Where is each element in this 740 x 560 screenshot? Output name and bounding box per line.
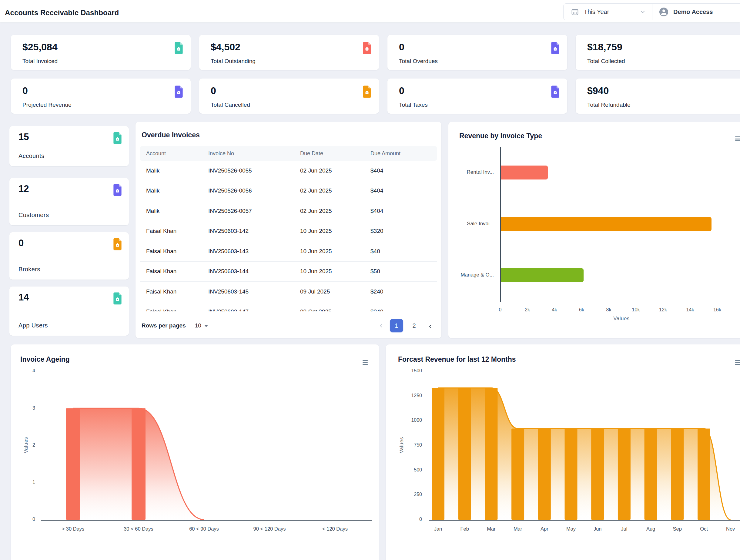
- page-button[interactable]: 2: [407, 319, 421, 332]
- overdue-title: Overdue Invoices: [142, 131, 200, 139]
- table-row[interactable]: MalikINV250526-005502 Jun 2025$404: [140, 161, 437, 181]
- kpi-card: 0Total Overdues: [387, 35, 567, 70]
- stat-card: 12Customers: [9, 178, 129, 225]
- kpi-label: Projected Revenue: [22, 102, 72, 108]
- invoice-icon: [550, 41, 561, 55]
- invoice-icon: [173, 85, 184, 98]
- user-menu[interactable]: Demo Access: [652, 4, 719, 20]
- rows-per-page-value: 10: [195, 322, 201, 329]
- y-tick-label: 250: [401, 492, 422, 497]
- period-value: This Year: [584, 8, 609, 15]
- revenue-x-tick: 4k: [545, 307, 564, 312]
- next-page-button[interactable]: [425, 319, 434, 332]
- invoice-icon: [173, 41, 184, 55]
- invoice-ageing-chart: 01234> 30 Days30 < 60 Days60 < 90 Days90…: [11, 345, 379, 560]
- y-tick-label: 750: [401, 442, 422, 448]
- prev-page-button[interactable]: [376, 319, 386, 332]
- invoice-icon: [112, 183, 123, 196]
- y-tick-label: 3: [14, 405, 35, 411]
- top-controls: This Year Demo Access: [563, 3, 740, 20]
- table-cell: Faisal Khan: [146, 288, 176, 295]
- invoice-icon: [550, 85, 561, 98]
- stat-label: App Users: [18, 322, 120, 329]
- kpi-value: 0: [211, 85, 216, 96]
- stat-value: 0: [18, 238, 120, 249]
- x-category-label: 30 < 60 Days: [117, 526, 160, 532]
- kpi-label: Total Invoiced: [22, 58, 58, 65]
- table-cell: $50: [370, 268, 380, 275]
- table-cell: 02 Jun 2025: [300, 167, 332, 174]
- table-cell: 10 Jun 2025: [300, 248, 332, 255]
- revenue-x-tick: 8k: [599, 307, 618, 312]
- page-title: Accounts Receivable Dashboard: [5, 8, 119, 17]
- table-cell: INV250526-0055: [208, 167, 252, 174]
- kpi-value: 0: [22, 85, 28, 96]
- table-cell: INV250603-147: [208, 308, 249, 311]
- table-cell: Malik: [146, 187, 160, 194]
- stat-value: 15: [18, 131, 120, 143]
- table-cell: $404: [370, 208, 383, 214]
- rows-per-page-select[interactable]: 10: [195, 322, 208, 329]
- revenue-category-label: Rental Inv...: [448, 169, 494, 175]
- table-row[interactable]: MalikINV250526-005602 Jun 2025$404: [140, 181, 437, 201]
- table-header: AccountInvoice NoDue DateDue Amount: [140, 146, 437, 161]
- overdue-invoices-card: Overdue Invoices AccountInvoice NoDue Da…: [135, 122, 441, 338]
- page-button[interactable]: 1: [390, 319, 403, 332]
- x-category-label: > 30 Days: [52, 526, 94, 532]
- y-tick-label: 1500: [401, 368, 422, 374]
- y-tick-label: 4: [14, 368, 35, 374]
- table-footer: Rows per pages 10 12: [142, 318, 434, 333]
- revenue-category-label: Sale Invoi...: [448, 221, 494, 227]
- kpi-label: Total Overdues: [399, 58, 438, 65]
- table-cell: Faisal Khan: [146, 248, 176, 255]
- stat-label: Customers: [18, 212, 120, 218]
- table-row[interactable]: Faisal KhanINV250603-14210 Jun 2025$320: [140, 221, 437, 242]
- table-cell: INV250603-143: [208, 248, 249, 255]
- pagination: 12: [376, 319, 434, 332]
- table-cell: $40: [370, 248, 380, 255]
- column-header: Account: [146, 151, 166, 157]
- y-tick-label: 2: [14, 442, 35, 448]
- stat-card: 0Brokers: [9, 232, 129, 280]
- table-body: MalikINV250526-005502 Jun 2025$404MalikI…: [140, 161, 437, 311]
- table-cell: Faisal Khan: [146, 308, 176, 311]
- y-tick-label: 500: [401, 467, 422, 473]
- y-tick-label: 0: [401, 517, 422, 522]
- stat-label: Accounts: [18, 153, 120, 160]
- table-row[interactable]: Faisal KhanINV250603-14509 Jul 2025$240: [140, 282, 437, 302]
- table-cell: $404: [370, 187, 383, 194]
- table-cell: INV250526-0057: [208, 208, 252, 214]
- table-row[interactable]: Faisal KhanINV250603-14709 Oct 2025$240: [140, 302, 437, 312]
- table-row[interactable]: MalikINV250526-005702 Jun 2025$404: [140, 201, 437, 221]
- calendar-icon: [571, 8, 579, 16]
- kpi-value: $18,759: [587, 41, 622, 53]
- table-row[interactable]: Faisal KhanINV250603-14310 Jun 2025$40: [140, 241, 437, 262]
- stat-value: 14: [18, 292, 120, 303]
- table-cell: $240: [370, 308, 383, 311]
- y-tick-label: 1000: [401, 417, 422, 423]
- table-cell: INV250603-145: [208, 288, 249, 295]
- revenue-bar: [501, 217, 712, 231]
- table-cell: $240: [370, 288, 383, 295]
- stat-card: 14App Users: [9, 286, 129, 336]
- kpi-card: $25,084Total Invoiced: [11, 35, 191, 70]
- period-selector[interactable]: This Year: [564, 4, 652, 20]
- kpi-card: $940Total Refundable: [576, 79, 740, 114]
- user-avatar-icon: [659, 7, 668, 17]
- kpi-card: 0Projected Revenue: [11, 79, 191, 114]
- table-cell: Faisal Khan: [146, 228, 176, 235]
- kpi-card: $4,502Total Outstanding: [199, 35, 379, 70]
- kpi-card: 0Total Cancelled: [199, 79, 379, 114]
- stat-value: 12: [18, 183, 120, 194]
- table-row[interactable]: Faisal KhanINV250603-14410 Jun 2025$50: [140, 262, 437, 282]
- kpi-value: 0: [399, 41, 404, 53]
- y-tick-label: 1250: [401, 393, 422, 398]
- table-cell: INV250526-0056: [208, 187, 252, 194]
- revenue-category-label: Manage & O...: [448, 272, 494, 278]
- invoice-icon: [362, 41, 372, 55]
- column-header: Invoice No: [208, 151, 234, 157]
- kpi-value: $4,502: [211, 41, 241, 53]
- kpi-value: 0: [399, 85, 404, 96]
- revenue-bar: [501, 166, 548, 180]
- revenue-x-tick: 2k: [519, 307, 537, 312]
